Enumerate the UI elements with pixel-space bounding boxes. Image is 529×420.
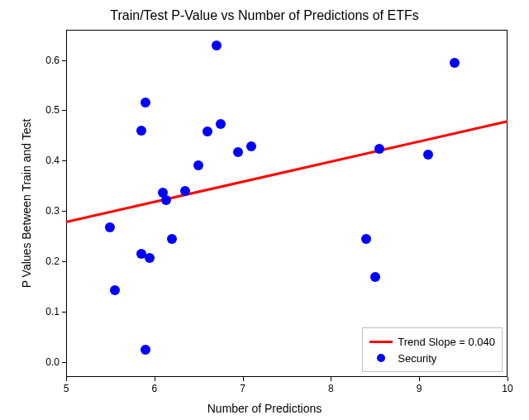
- y-tick-label: 0.3: [40, 205, 60, 217]
- y-tick-label: 0.0: [40, 356, 60, 368]
- y-tick-label: 0.2: [40, 255, 60, 267]
- x-tick-mark: [66, 377, 67, 381]
- x-tick-mark: [508, 377, 508, 381]
- data-point: [450, 58, 460, 68]
- y-axis-label: P Values Between Train and Test: [20, 30, 33, 377]
- legend-label: Trend Slope = 0.040: [398, 336, 495, 348]
- data-point: [370, 272, 380, 282]
- x-tick-label: 6: [151, 383, 157, 394]
- x-tick-label: 9: [417, 383, 422, 394]
- data-point: [167, 234, 177, 244]
- data-point: [233, 147, 243, 157]
- x-tick-label: 5: [64, 383, 69, 394]
- data-point: [180, 186, 190, 196]
- data-point: [193, 160, 203, 170]
- data-point: [145, 253, 155, 263]
- legend-label: Security: [398, 352, 436, 365]
- data-point: [246, 141, 256, 151]
- legend-row: Trend Slope = 0.040: [369, 333, 495, 350]
- data-point: [216, 119, 226, 129]
- x-tick-mark: [243, 377, 244, 381]
- y-tick-label: 0.5: [40, 104, 60, 116]
- data-point: [136, 126, 146, 136]
- plot-svg: [66, 30, 508, 377]
- x-tick-mark: [155, 377, 155, 381]
- y-tick-label: 0.1: [40, 306, 60, 317]
- y-tick-label: 0.4: [40, 155, 60, 166]
- legend: Trend Slope = 0.040Security: [362, 327, 503, 372]
- x-axis-label: Number of Predictions: [0, 402, 529, 415]
- data-point: [423, 150, 433, 160]
- chart-figure: Train/Test P-Value vs Number of Predicti…: [0, 0, 529, 420]
- data-point: [212, 41, 222, 50]
- data-point: [203, 126, 212, 136]
- legend-dot-swatch: [369, 354, 393, 362]
- x-tick-mark: [331, 377, 331, 381]
- data-point: [105, 222, 115, 232]
- legend-line-swatch: [369, 341, 393, 343]
- x-tick-label: 8: [328, 383, 334, 394]
- x-tick-label: 10: [502, 383, 512, 394]
- legend-row: Security: [369, 350, 495, 366]
- data-point: [141, 98, 150, 107]
- y-tick-label: 0.6: [40, 55, 60, 66]
- data-point: [141, 345, 150, 355]
- x-tick-mark: [419, 377, 420, 381]
- data-point: [110, 285, 120, 295]
- data-point: [374, 144, 384, 154]
- x-tick-label: 7: [240, 383, 245, 394]
- data-point: [361, 234, 371, 244]
- trend-line: [66, 122, 508, 222]
- data-point: [161, 195, 171, 205]
- chart-title: Train/Test P-Value vs Number of Predicti…: [0, 8, 529, 23]
